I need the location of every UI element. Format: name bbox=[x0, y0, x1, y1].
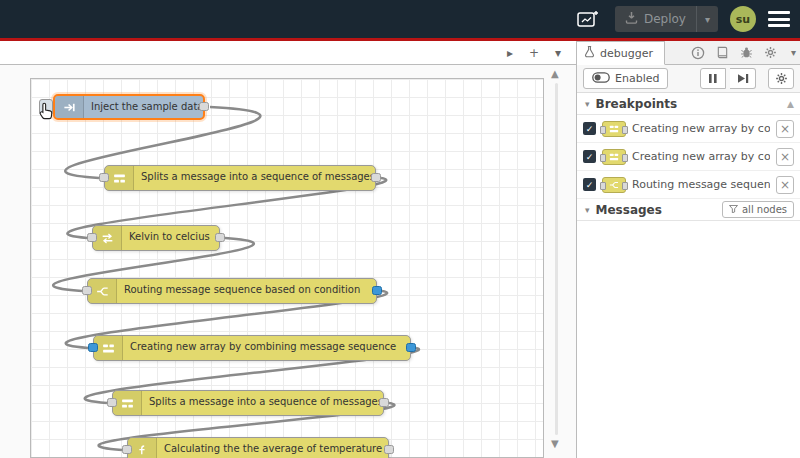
messages-title: Messages bbox=[596, 203, 662, 217]
breakpoint-row: ✓Creating new array by combining message… bbox=[577, 143, 800, 171]
left-port-breakpoint[interactable] bbox=[88, 343, 98, 352]
debugger-enabled-toggle[interactable]: Enabled bbox=[583, 68, 668, 89]
join-icon bbox=[94, 336, 123, 360]
tab-scroll-right-icon[interactable]: ▸ bbox=[500, 44, 520, 62]
main-menu-icon[interactable] bbox=[768, 11, 790, 27]
function-icon bbox=[128, 438, 157, 458]
right-port-breakpoint[interactable] bbox=[406, 343, 416, 352]
switch-icon bbox=[602, 177, 626, 193]
inject-icon bbox=[55, 96, 84, 118]
tab-config-nodes-icon[interactable] bbox=[758, 41, 782, 64]
debugger-tab-label: debugger bbox=[600, 47, 653, 60]
flow-tab-bar: ▸ + ▾ bbox=[0, 41, 576, 65]
node-label: Kelvin to celcius bbox=[122, 226, 218, 250]
deploy-label: Deploy bbox=[644, 12, 686, 26]
breakpoint-checkbox[interactable]: ✓ bbox=[583, 178, 596, 191]
toggle-icon bbox=[592, 72, 610, 86]
node-label: Creating new array by combining message … bbox=[123, 336, 404, 360]
flow-viewport: Inject the sample dataSplits a message i… bbox=[0, 65, 576, 458]
node-function[interactable]: Calculating the the average of temperatu… bbox=[127, 437, 389, 458]
switch-icon bbox=[88, 279, 117, 303]
remove-breakpoint-button[interactable]: × bbox=[776, 176, 794, 194]
inject-run-button[interactable] bbox=[39, 99, 53, 115]
funnel-icon bbox=[729, 204, 738, 215]
scroll-up-icon[interactable]: ▲ bbox=[787, 99, 794, 109]
deploy-menu-caret[interactable]: ▾ bbox=[696, 6, 718, 32]
chevron-down-icon: ▾ bbox=[585, 205, 590, 215]
tab-info-icon[interactable] bbox=[686, 41, 710, 64]
left-port[interactable] bbox=[82, 286, 92, 295]
tab-debug-messages-icon[interactable] bbox=[734, 41, 758, 64]
split-icon bbox=[105, 166, 134, 190]
sidebar: debugger ▾ Enabled bbox=[576, 41, 800, 458]
sidebar-menu-icon[interactable]: ▾ bbox=[791, 41, 796, 64]
tab-debugger[interactable]: debugger bbox=[577, 41, 665, 65]
vertical-scrollbar[interactable] bbox=[555, 83, 558, 435]
node-join[interactable]: Creating new array by combining message … bbox=[93, 335, 411, 361]
tab-library-icon[interactable] bbox=[710, 41, 734, 64]
node-inject[interactable]: Inject the sample data bbox=[53, 94, 205, 120]
join-icon bbox=[602, 121, 626, 137]
chevron-down-icon: ▾ bbox=[585, 99, 590, 109]
flow-workspace: ▸ + ▾ Inject the sample dataSplits a mes… bbox=[0, 41, 576, 458]
assistant-icon[interactable] bbox=[573, 7, 603, 31]
messages-section-header[interactable]: ▾ Messages all nodes bbox=[577, 199, 800, 221]
scroll-up-icon[interactable]: ▲ bbox=[551, 69, 559, 79]
debugger-toolbar: Enabled bbox=[577, 65, 800, 93]
right-port[interactable] bbox=[199, 102, 209, 111]
message-filter-button[interactable]: all nodes bbox=[722, 201, 794, 218]
flow-list-icon[interactable]: ▾ bbox=[548, 44, 568, 62]
add-flow-button[interactable]: + bbox=[524, 44, 544, 62]
debugger-tab-icon bbox=[584, 45, 595, 61]
breakpoint-label: Creating new array by combining message … bbox=[632, 122, 770, 135]
filter-label: all nodes bbox=[742, 204, 787, 215]
right-port[interactable] bbox=[379, 398, 389, 407]
split-icon bbox=[113, 391, 142, 415]
remove-breakpoint-button[interactable]: × bbox=[776, 148, 794, 166]
node-change[interactable]: Kelvin to celcius bbox=[92, 225, 220, 251]
join-icon bbox=[602, 149, 626, 165]
node-red-app: Deploy ▾ su ▸ + ▾ Inject the sample data… bbox=[0, 0, 800, 458]
deploy-icon bbox=[625, 11, 638, 27]
node-split[interactable]: Splits a message into a sequence of mess… bbox=[104, 165, 376, 191]
pause-button[interactable] bbox=[700, 68, 726, 89]
node-label: Routing message sequence based on condit… bbox=[117, 279, 368, 303]
breakpoint-label: Routing message sequence based on condit… bbox=[632, 178, 770, 191]
remove-breakpoint-button[interactable]: × bbox=[776, 120, 794, 138]
left-port[interactable] bbox=[99, 173, 109, 182]
node-layer: Inject the sample dataSplits a message i… bbox=[0, 65, 576, 458]
right-port[interactable] bbox=[215, 233, 225, 242]
right-port[interactable] bbox=[371, 173, 381, 182]
node-label: Splits a message into a sequence of mess… bbox=[134, 166, 375, 190]
sidebar-tab-bar: debugger ▾ bbox=[577, 41, 800, 65]
deploy-button[interactable]: Deploy ▾ bbox=[615, 6, 718, 32]
node-label: Calculating the the average of temperatu… bbox=[157, 438, 388, 458]
app-header: Deploy ▾ su bbox=[0, 0, 800, 38]
node-label: Splits a message into a sequence of mess… bbox=[142, 391, 383, 415]
left-port[interactable] bbox=[122, 445, 132, 454]
node-split[interactable]: Splits a message into a sequence of mess… bbox=[112, 390, 384, 416]
change-icon bbox=[93, 226, 122, 250]
breakpoints-title: Breakpoints bbox=[596, 97, 678, 111]
left-port[interactable] bbox=[107, 398, 117, 407]
node-label: Inject the sample data bbox=[84, 96, 203, 118]
breakpoints-list: ✓Creating new array by combining message… bbox=[577, 115, 800, 199]
right-port[interactable] bbox=[384, 445, 394, 454]
scroll-down-icon[interactable]: ▼ bbox=[551, 439, 559, 449]
step-button[interactable] bbox=[730, 68, 756, 89]
breakpoint-label: Creating new array by combining message … bbox=[632, 150, 770, 163]
breakpoint-checkbox[interactable]: ✓ bbox=[583, 122, 596, 135]
node-switch[interactable]: Routing message sequence based on condit… bbox=[87, 278, 377, 304]
left-port[interactable] bbox=[87, 233, 97, 242]
right-port-breakpoint[interactable] bbox=[372, 286, 382, 295]
debugger-settings-icon[interactable] bbox=[768, 68, 794, 89]
breakpoint-row: ✓Creating new array by combining message… bbox=[577, 115, 800, 143]
breakpoint-checkbox[interactable]: ✓ bbox=[583, 150, 596, 163]
user-avatar[interactable]: su bbox=[730, 6, 756, 32]
enabled-label: Enabled bbox=[615, 72, 659, 85]
breakpoints-section-header[interactable]: ▾ Breakpoints ▲ bbox=[577, 93, 800, 115]
breakpoint-row: ✓Routing message sequence based on condi… bbox=[577, 171, 800, 199]
